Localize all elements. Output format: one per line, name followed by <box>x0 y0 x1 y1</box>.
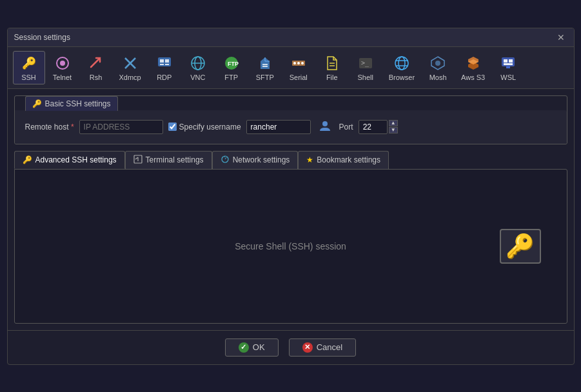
shell-icon: >_ <box>357 54 375 72</box>
svg-line-44 <box>225 157 226 159</box>
svg-rect-5 <box>160 59 164 63</box>
protocol-ftp-label: FTP <box>224 74 238 81</box>
adv-ssh-label: Advanced SSH settings <box>35 155 117 164</box>
protocol-sftp[interactable]: SFTP <box>249 51 281 84</box>
protocol-telnet[interactable]: Telnet <box>46 51 79 84</box>
tab-network[interactable]: Network settings <box>212 151 299 169</box>
svg-rect-36 <box>504 63 513 65</box>
port-spinbox: ▲ ▼ <box>359 120 398 134</box>
tab-bookmark[interactable]: ★ Bookmark settings <box>298 151 389 169</box>
rsh-icon <box>87 54 105 72</box>
port-spin-arrows: ▲ ▼ <box>389 120 398 133</box>
terminal-icon <box>133 155 143 166</box>
protocol-ssh[interactable]: 🔑 SSH <box>13 51 45 84</box>
cancel-button[interactable]: ✕ Cancel <box>289 338 356 357</box>
ftp-icon: FTP <box>222 54 241 72</box>
protocol-vnc-label: VNC <box>190 74 205 81</box>
ok-button[interactable]: ✓ OK <box>225 338 279 357</box>
bookmark-label: Bookmark settings <box>317 155 380 164</box>
protocol-file[interactable]: File <box>316 51 348 84</box>
main-content: 🔑 Basic SSH settings Remote host * Speci… <box>8 89 574 330</box>
protocol-shell-label: Shell <box>358 74 373 81</box>
cancel-label: Cancel <box>317 342 342 352</box>
tab-terminal[interactable]: Terminal settings <box>125 151 212 169</box>
dialog-footer: ✓ OK ✕ Cancel <box>8 330 574 364</box>
svg-text:FTP: FTP <box>228 61 239 67</box>
protocol-ftp[interactable]: FTP FTP <box>215 51 248 84</box>
remote-host-label: Remote host * <box>25 122 74 132</box>
protocol-rsh-label: Rsh <box>90 74 103 81</box>
protocol-xdmcp-label: Xdmcp <box>119 74 141 81</box>
port-increment-button[interactable]: ▲ <box>389 120 398 126</box>
protocol-awss3[interactable]: Aws S3 <box>455 51 491 84</box>
tab-advanced-ssh[interactable]: 🔑 Advanced SSH settings <box>14 151 125 169</box>
specify-username-checkbox[interactable] <box>168 122 177 131</box>
svg-rect-35 <box>509 59 513 63</box>
basic-ssh-tab[interactable]: 🔑 Basic SSH settings <box>25 96 118 111</box>
cancel-x-icon: ✕ <box>302 342 313 353</box>
protocol-vnc[interactable]: VNC <box>182 51 214 84</box>
ok-label: OK <box>253 342 265 352</box>
wsl-icon <box>499 54 517 72</box>
svg-rect-7 <box>160 64 164 65</box>
protocol-rsh[interactable]: Rsh <box>80 51 112 84</box>
username-input[interactable] <box>246 120 311 134</box>
advanced-tabs-bar: 🔑 Advanced SSH settings Terminal setting… <box>14 151 567 169</box>
key-icon-large: 🔑 <box>500 229 541 264</box>
protocol-awss3-label: Aws S3 <box>461 74 485 81</box>
network-icon <box>221 155 230 166</box>
protocol-browser[interactable]: Browser <box>383 51 420 84</box>
session-settings-dialog: Session settings ✕ 🔑 SSH Telnet Rsh <box>7 28 575 365</box>
user-browse-button[interactable] <box>316 118 334 136</box>
telnet-icon <box>54 54 72 72</box>
close-button[interactable]: ✕ <box>555 32 567 43</box>
network-label: Network settings <box>233 155 290 164</box>
protocol-sftp-label: SFTP <box>256 74 274 81</box>
port-decrement-button[interactable]: ▼ <box>389 127 398 133</box>
session-description: Secure Shell (SSH) session <box>235 241 346 251</box>
protocol-ssh-label: SSH <box>21 74 36 81</box>
protocol-browser-label: Browser <box>389 74 415 81</box>
protocol-rdp[interactable]: RDP <box>148 51 181 84</box>
svg-line-40 <box>135 157 138 159</box>
svg-point-1 <box>60 61 65 66</box>
protocol-wsl[interactable]: WSL <box>492 51 524 84</box>
specify-username-checkbox-label[interactable]: Specify username <box>168 122 241 132</box>
protocol-toolbar: 🔑 SSH Telnet Rsh Xdmcp <box>8 47 574 89</box>
vnc-icon <box>189 54 207 72</box>
svg-text:>_: >_ <box>361 59 369 67</box>
svg-point-24 <box>395 57 408 70</box>
protocol-shell[interactable]: >_ Shell <box>350 51 382 84</box>
port-label: Port <box>339 122 353 132</box>
protocol-serial[interactable]: Serial <box>282 51 315 84</box>
svg-point-17 <box>293 62 296 64</box>
svg-point-38 <box>322 121 328 126</box>
browser-icon <box>393 54 411 72</box>
svg-rect-34 <box>504 59 507 63</box>
ssh-icon: 🔑 <box>20 54 38 72</box>
svg-point-18 <box>297 62 300 64</box>
required-marker: * <box>71 122 74 132</box>
port-input[interactable] <box>359 120 388 134</box>
xdmcp-icon <box>121 54 139 72</box>
protocol-xdmcp[interactable]: Xdmcp <box>113 51 147 84</box>
protocol-wsl-label: WSL <box>500 74 516 81</box>
connection-form-row: Remote host * Specify username Port <box>25 118 556 136</box>
basic-ssh-panel-body: Remote host * Specify username Port <box>15 110 567 144</box>
remote-host-input[interactable] <box>79 120 163 134</box>
mosh-icon <box>429 54 447 72</box>
svg-point-19 <box>301 62 304 64</box>
protocol-mosh[interactable]: Mosh <box>422 51 454 84</box>
basic-ssh-tab-icon: 🔑 <box>32 99 42 108</box>
basic-ssh-tab-label: Basic SSH settings <box>45 99 111 108</box>
basic-ssh-panel: 🔑 Basic SSH settings Remote host * Speci… <box>14 95 567 144</box>
protocol-mosh-label: Mosh <box>429 74 447 81</box>
bookmark-icon: ★ <box>306 155 313 164</box>
svg-rect-6 <box>165 59 169 63</box>
file-icon <box>323 54 341 72</box>
protocol-file-label: File <box>326 74 338 81</box>
ok-checkmark-icon: ✓ <box>239 342 249 353</box>
title-bar: Session settings ✕ <box>8 28 574 47</box>
protocol-telnet-label: Telnet <box>53 74 72 81</box>
adv-ssh-icon: 🔑 <box>23 155 32 164</box>
